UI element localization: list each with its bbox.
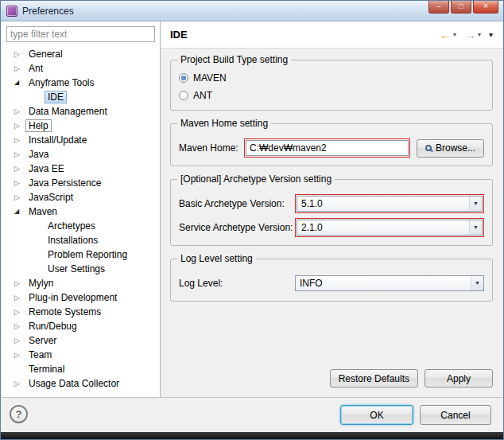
expand-icon[interactable]: ▷ — [14, 119, 25, 133]
tree-item-label: User Settings — [45, 263, 108, 275]
background-window-edge — [1, 432, 503, 439]
tree-item-install-update[interactable]: ▷Install/Update — [6, 133, 155, 147]
basic-archetype-label: Basic Archetype Version: — [179, 198, 295, 209]
tree-item-ant[interactable]: ▷Ant — [6, 61, 155, 76]
chevron-down-icon[interactable]: ▼ — [469, 197, 482, 211]
combo-value: 2.1.0 — [297, 220, 469, 235]
expand-icon[interactable]: ◢ — [14, 204, 25, 219]
tree-item-mylyn[interactable]: ▷Mylyn — [6, 276, 155, 290]
tree-item-java-persistence[interactable]: ▷Java Persistence — [6, 176, 155, 190]
combo-value: INFO — [296, 276, 471, 290]
radio-icon[interactable] — [179, 73, 188, 83]
tree-item-label: Mylyn — [25, 277, 56, 290]
expand-icon[interactable]: ▷ — [14, 290, 25, 305]
tree-item-plug-in-development[interactable]: ▷Plug-in Development — [6, 290, 155, 305]
tree-item-user-settings[interactable]: User Settings — [6, 262, 155, 276]
tree-item-run-debug[interactable]: ▷Run/Debug — [6, 319, 155, 333]
log-level-row: Log Level: INFO ▼ — [179, 274, 484, 293]
radio-label: ANT — [193, 90, 212, 101]
sidebar: ▷General▷Ant◢Anyframe ToolsIDE▷Data Mana… — [2, 21, 161, 397]
preferences-tree: ▷General▷Ant◢Anyframe ToolsIDE▷Data Mana… — [6, 47, 155, 391]
basic-archetype-highlight-box: 5.1.0 ▼ — [295, 194, 484, 213]
apply-button[interactable]: Apply — [425, 369, 493, 387]
filter-input[interactable] — [6, 26, 155, 42]
window-icon — [6, 6, 17, 17]
expand-icon[interactable]: ▷ — [14, 305, 25, 319]
log-level-combo[interactable]: INFO ▼ — [295, 275, 484, 291]
service-archetype-label: Service Archetype Version: — [179, 222, 295, 233]
tree-item-ide[interactable]: IDE — [6, 90, 155, 104]
expand-icon[interactable]: ▷ — [14, 61, 25, 76]
expand-icon[interactable]: ◢ — [14, 76, 25, 90]
tree-item-terminal[interactable]: Terminal — [6, 362, 155, 376]
group-title: Maven Home setting — [177, 118, 271, 129]
restore-defaults-button[interactable]: Restore Defaults — [330, 369, 418, 387]
maven-home-input[interactable] — [246, 140, 409, 156]
maximize-button[interactable]: □ — [451, 1, 471, 14]
tree-item-data-management[interactable]: ▷Data Management — [6, 104, 155, 119]
expand-icon[interactable]: ▷ — [14, 104, 25, 119]
right-pane: IDE ← ▾ → ▾ ▾ Project — [161, 21, 502, 397]
tree-item-label: Plug-in Development — [25, 291, 120, 304]
log-level-label: Log Level: — [179, 278, 295, 289]
tree-item-label: Java EE — [25, 162, 68, 175]
basic-archetype-combo[interactable]: 5.1.0 ▼ — [297, 196, 483, 212]
maven-home-label: Maven Home: — [179, 142, 244, 154]
radio-icon[interactable] — [179, 91, 188, 100]
tree-item-label: General — [25, 48, 66, 60]
expand-icon[interactable]: ▷ — [14, 376, 25, 391]
tree-item-problem-reporting[interactable]: Problem Reporting — [6, 247, 155, 262]
expand-icon[interactable]: ▷ — [14, 276, 25, 290]
back-button[interactable]: ← ▾ — [440, 29, 456, 41]
window-controls: – □ × — [428, 1, 498, 14]
tree-item-help[interactable]: ▷Help — [6, 119, 155, 133]
expand-icon[interactable]: ▷ — [14, 319, 25, 333]
ok-button[interactable]: OK — [340, 405, 413, 425]
titlebar[interactable]: Preferences – □ × — [1, 1, 503, 21]
tree-item-javascript[interactable]: ▷JavaScript — [6, 190, 155, 204]
cancel-button[interactable]: Cancel — [420, 405, 491, 425]
tree-item-label: Help — [25, 119, 52, 132]
help-button[interactable]: ? — [10, 405, 28, 423]
expand-icon[interactable]: ▷ — [14, 190, 25, 204]
tree-item-label: Problem Reporting — [45, 248, 130, 261]
expand-icon[interactable]: ▷ — [14, 176, 25, 190]
tree-item-remote-systems[interactable]: ▷Remote Systems — [6, 305, 155, 319]
tree-item-anyframe-tools[interactable]: ◢Anyframe Tools — [6, 76, 155, 90]
window-title: Preferences — [22, 6, 74, 17]
tree-item-maven[interactable]: ◢Maven — [6, 204, 155, 219]
tree-item-label: Ant — [25, 62, 46, 75]
view-menu-button[interactable]: ▾ — [489, 30, 493, 39]
tree-item-java-ee[interactable]: ▷Java EE — [6, 162, 155, 176]
forward-button[interactable]: → ▾ — [464, 29, 481, 41]
expand-icon[interactable]: ▷ — [14, 333, 25, 348]
tree-item-java[interactable]: ▷Java — [6, 147, 155, 162]
service-archetype-combo[interactable]: 2.1.0 ▼ — [297, 220, 483, 236]
expand-icon[interactable]: ▷ — [14, 147, 25, 162]
close-button[interactable]: × — [473, 1, 498, 14]
tree-item-installations[interactable]: Installations — [6, 233, 155, 247]
radio-ant[interactable]: ANT — [179, 89, 484, 102]
expand-icon[interactable]: ▷ — [14, 133, 25, 147]
group-title: Log Level setting — [177, 253, 256, 264]
tree-item-label: Maven — [25, 205, 60, 218]
radio-maven[interactable]: MAVEN — [179, 72, 484, 84]
page-header: IDE ← ▾ → ▾ ▾ — [161, 21, 502, 49]
expand-icon[interactable]: ▷ — [14, 348, 25, 362]
service-archetype-row: Service Archetype Version: 2.1.0 ▼ — [179, 218, 484, 237]
tree-item-usage-data-collector[interactable]: ▷Usage Data Collector — [6, 376, 155, 391]
maven-home-highlight-box — [244, 138, 410, 158]
tree-item-archetypes[interactable]: Archetypes — [6, 219, 155, 233]
tree-item-general[interactable]: ▷General — [6, 47, 155, 61]
tree-item-server[interactable]: ▷Server — [6, 333, 155, 348]
tree-item-label: Data Management — [25, 105, 110, 118]
tree-item-team[interactable]: ▷Team — [6, 348, 155, 362]
chevron-down-icon[interactable]: ▼ — [469, 220, 482, 235]
archetype-version-group: [Optional] Archetype Version setting Bas… — [170, 179, 493, 246]
chevron-down-icon[interactable]: ▼ — [471, 276, 483, 290]
minimize-button[interactable]: – — [428, 1, 449, 14]
browse-button[interactable]: Browse... — [417, 139, 484, 158]
expand-icon[interactable]: ▷ — [14, 162, 25, 176]
expand-icon[interactable]: ▷ — [14, 47, 25, 61]
browse-button-label: Browse... — [436, 142, 475, 154]
